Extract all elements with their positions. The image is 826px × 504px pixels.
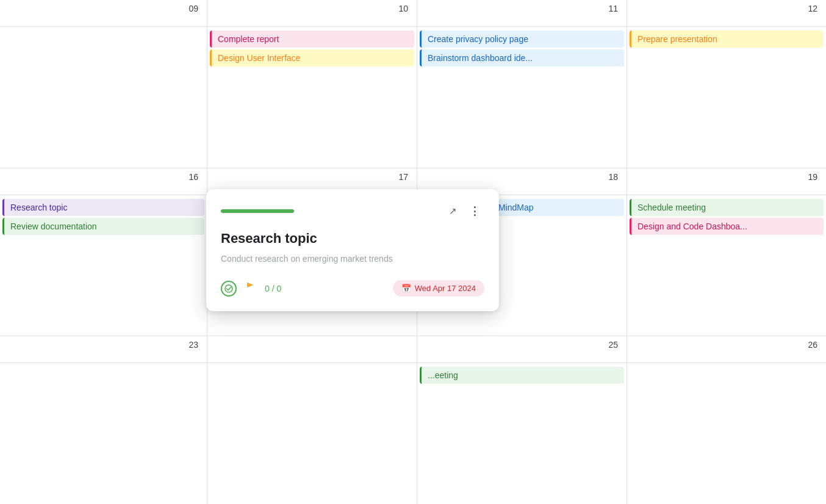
col-12: 12 Prepare presentation 19 Schedule meet…: [627, 0, 826, 504]
flag-svg: [245, 281, 256, 292]
date-header-25: 25: [417, 336, 627, 363]
popup-open-button[interactable]: ↗: [443, 201, 462, 221]
event-create-privacy-policy[interactable]: Create privacy policy page: [420, 31, 624, 48]
date-header-23: 23: [0, 336, 207, 363]
date-number: 19: [808, 172, 817, 182]
week1-col2: Create privacy policy page Brainstorm da…: [417, 27, 627, 168]
date-number: 10: [398, 4, 408, 13]
popup-title: Research topic: [221, 231, 484, 247]
date-header-10: 10: [207, 0, 417, 27]
popup-footer: 0 / 0 📅 Wed Apr 17 2024: [221, 280, 484, 297]
popup-more-button[interactable]: ⋮: [465, 201, 484, 221]
popup-progress-bar: [221, 209, 294, 213]
popup-date-badge[interactable]: 📅 Wed Apr 17 2024: [393, 280, 484, 297]
week3-col2: ...eeting: [417, 363, 627, 504]
svg-marker-1: [247, 283, 253, 287]
date-header-11: 11: [417, 0, 627, 27]
date-number: 16: [189, 172, 198, 182]
week2-col3: Schedule meeting Design and Code Dashboa…: [627, 195, 826, 337]
event-schedule-meeting[interactable]: Schedule meeting: [630, 199, 824, 216]
popup-actions: ↗ ⋮: [443, 201, 484, 221]
calendar-icon: 📅: [401, 284, 411, 293]
open-external-icon: ↗: [449, 206, 457, 217]
more-options-icon: ⋮: [469, 204, 480, 218]
date-number: 17: [398, 172, 408, 182]
date-header-16: 16: [0, 168, 207, 195]
date-header-19: 19: [627, 168, 826, 195]
event-research-topic-col0[interactable]: Research topic: [2, 199, 204, 216]
popup-description: Conduct research on emerging market tren…: [221, 253, 484, 265]
date-number: 23: [189, 340, 198, 350]
popup-header: ↗ ⋮: [221, 201, 484, 221]
col-09: 09 16 Research topic Review documentatio…: [0, 0, 207, 504]
event-complete-report[interactable]: Complete report: [210, 31, 414, 48]
week3-col1: [207, 363, 417, 504]
checkmark-svg: [224, 284, 233, 293]
week1-col3: Prepare presentation: [627, 27, 826, 168]
calendar-container: 09 16 Research topic Review documentatio…: [0, 0, 826, 504]
event-design-code-dashboard[interactable]: Design and Code Dashboa...: [630, 218, 824, 235]
date-number: 11: [608, 4, 618, 13]
date-number: 12: [808, 4, 817, 13]
event-design-user-interface[interactable]: Design User Interface: [210, 49, 414, 67]
event-meeting-week3[interactable]: ...eeting: [420, 367, 624, 384]
week2-col0: Research topic Review documentation: [0, 195, 207, 337]
date-header-09: 09: [0, 0, 207, 27]
date-number: 26: [808, 340, 817, 350]
event-brainstorm-dashboard[interactable]: Brainstorm dashboard ide...: [420, 49, 624, 67]
popup-check-icon[interactable]: [221, 281, 237, 297]
event-popup: ↗ ⋮ Research topic Conduct research on e…: [206, 189, 499, 311]
date-number: 25: [608, 340, 618, 350]
date-header-12: 12: [627, 0, 826, 27]
date-number: 18: [608, 172, 618, 182]
date-header-blank: [207, 336, 417, 363]
popup-date-text: Wed Apr 17 2024: [415, 284, 476, 293]
popup-flag-icon[interactable]: [245, 281, 256, 295]
event-review-documentation[interactable]: Review documentation: [2, 218, 204, 235]
date-number: 09: [189, 4, 198, 13]
week1-col0: [0, 27, 207, 168]
date-header-26: 26: [627, 336, 826, 363]
week1-col1: Complete report Design User Interface: [207, 27, 417, 168]
week3-col0: [0, 363, 207, 504]
event-prepare-presentation[interactable]: Prepare presentation: [630, 31, 824, 48]
popup-counter: 0 / 0: [265, 284, 281, 293]
week3-col3: [627, 363, 826, 504]
